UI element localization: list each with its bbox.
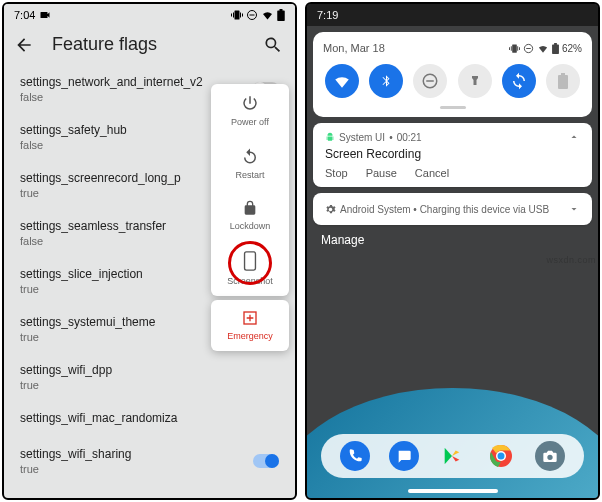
- status-bar-left: 7:04: [4, 4, 295, 26]
- videocam-icon: [39, 9, 51, 21]
- power-card-main: Power off Restart Lockdown Screenshot: [211, 84, 289, 296]
- header-left: Feature flags: [4, 26, 295, 65]
- dnd-icon: [246, 9, 258, 21]
- qs-battery-saver[interactable]: [546, 64, 580, 98]
- restart-button[interactable]: Restart: [211, 137, 289, 190]
- status-time: 7:04: [14, 9, 35, 21]
- wifi-icon: [261, 9, 274, 21]
- app-chrome[interactable]: [486, 441, 516, 471]
- drag-handle[interactable]: [440, 106, 466, 109]
- dock: [321, 434, 584, 478]
- screenshot-icon: [243, 251, 257, 271]
- qs-dnd[interactable]: [413, 64, 447, 98]
- power-icon: [241, 94, 259, 112]
- manage-button[interactable]: Manage: [321, 233, 584, 247]
- device-left: 7:04 Feature flags settings_network_and_…: [2, 2, 297, 500]
- notification-screenrecord[interactable]: System UI • 00:21 Screen Recording Stop …: [313, 123, 592, 187]
- emergency-icon: [242, 310, 258, 326]
- quick-settings-panel: Mon, Mar 18 62%: [313, 32, 592, 117]
- home-background: [307, 378, 598, 498]
- svg-rect-1: [245, 252, 256, 270]
- app-phone[interactable]: [340, 441, 370, 471]
- status-time: 7:19: [317, 9, 338, 21]
- status-bar-right: 7:19: [307, 4, 598, 26]
- qs-wifi[interactable]: [325, 64, 359, 98]
- toggle[interactable]: [253, 454, 279, 468]
- notification-androidsystem[interactable]: Android System • Charging this device vi…: [313, 193, 592, 225]
- vibrate-icon: [231, 9, 243, 21]
- action-pause[interactable]: Pause: [366, 167, 397, 179]
- lock-icon: [242, 200, 258, 216]
- nav-pill[interactable]: [408, 489, 498, 493]
- flag-row[interactable]: settings_wifi_sharingtrue: [4, 437, 295, 485]
- app-camera[interactable]: [535, 441, 565, 471]
- qs-autorotate[interactable]: [502, 64, 536, 98]
- notif-title: Screen Recording: [325, 147, 580, 161]
- quick-settings-row: [323, 64, 582, 98]
- android-icon: [325, 132, 335, 142]
- notif-app: System UI: [339, 132, 385, 143]
- battery-icon: [277, 9, 285, 21]
- flag-row[interactable]: settings_wifi_dpptrue: [4, 353, 295, 401]
- restart-icon: [241, 147, 259, 165]
- power-menu: Power off Restart Lockdown Screenshot Em…: [211, 84, 289, 351]
- device-right: 7:19 Mon, Mar 18 62% System UI: [305, 2, 600, 500]
- page-title: Feature flags: [52, 34, 263, 55]
- emergency-button[interactable]: Emergency: [211, 300, 289, 351]
- power-card-emergency: Emergency: [211, 300, 289, 351]
- search-icon[interactable]: [263, 35, 283, 55]
- notif-android-text: Android System • Charging this device vi…: [340, 204, 549, 215]
- screenshot-button[interactable]: Screenshot: [211, 241, 289, 296]
- action-stop[interactable]: Stop: [325, 167, 348, 179]
- app-messages[interactable]: [389, 441, 419, 471]
- date-label: Mon, Mar 18: [323, 42, 385, 54]
- chevron-down-icon[interactable]: [568, 203, 580, 215]
- settings-icon: [325, 204, 336, 215]
- wifi-icon: [537, 43, 549, 54]
- chevron-up-icon[interactable]: [568, 131, 580, 143]
- action-cancel[interactable]: Cancel: [415, 167, 449, 179]
- svg-point-7: [498, 453, 505, 460]
- battery-text: 62%: [562, 43, 582, 54]
- power-off-button[interactable]: Power off: [211, 84, 289, 137]
- lockdown-button[interactable]: Lockdown: [211, 190, 289, 241]
- vibrate-icon: [509, 43, 520, 54]
- battery-icon: [552, 43, 559, 54]
- notif-time: 00:21: [397, 132, 422, 143]
- qs-bluetooth[interactable]: [369, 64, 403, 98]
- back-icon[interactable]: [14, 35, 34, 55]
- qs-flashlight[interactable]: [458, 64, 492, 98]
- app-play[interactable]: [437, 441, 467, 471]
- shade-status-icons: 62%: [509, 43, 582, 54]
- flag-row[interactable]: settings_wifi_mac_randomiza: [4, 401, 295, 437]
- dnd-icon: [523, 43, 534, 54]
